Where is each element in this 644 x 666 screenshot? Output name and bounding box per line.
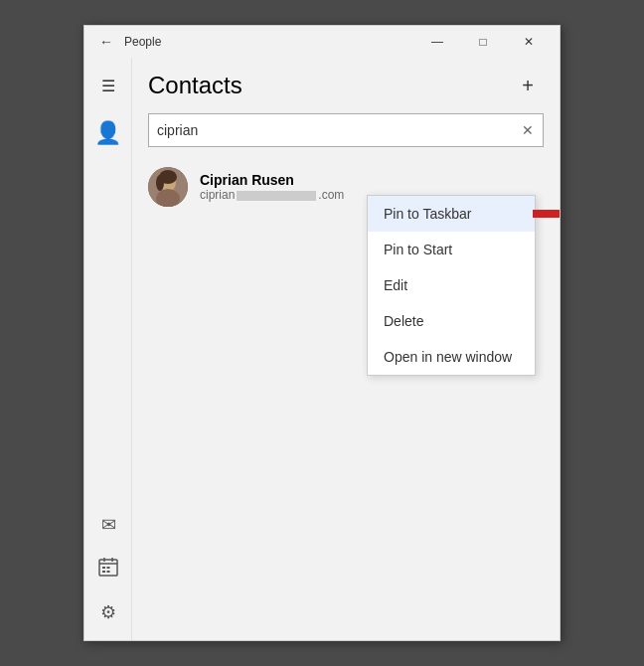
context-menu-item-open-new-window[interactable]: Open in new window <box>368 339 535 375</box>
svg-rect-7 <box>107 571 110 573</box>
close-button[interactable]: ✕ <box>506 26 552 58</box>
mail-icon-button[interactable]: ✉ <box>88 505 128 545</box>
add-icon: + <box>522 75 534 97</box>
clear-icon: ✕ <box>522 122 534 138</box>
contact-first-name: Ciprian <box>200 172 247 188</box>
context-menu: Pin to Taskbar Pin to Start <box>367 195 536 376</box>
svg-point-12 <box>156 175 164 191</box>
back-button[interactable]: ← <box>92 28 120 56</box>
minimize-button[interactable]: — <box>414 26 460 58</box>
arrow-indicator <box>533 200 560 228</box>
header: Contacts + <box>132 58 560 113</box>
hamburger-icon: ☰ <box>101 77 115 95</box>
user-icon: 👤 <box>94 120 121 146</box>
sidebar-bottom: ✉ <box>84 505 132 640</box>
contact-list: Ciprian Rusen ciprian.com Pin to Taskbar <box>132 159 560 640</box>
main-content: Contacts + ✕ <box>132 58 560 640</box>
context-menu-item-pin-start[interactable]: Pin to Start <box>368 232 535 267</box>
search-clear-button[interactable]: ✕ <box>513 115 543 145</box>
mail-icon: ✉ <box>101 514 116 536</box>
svg-rect-6 <box>102 571 105 573</box>
settings-icon-button[interactable]: ⚙ <box>88 592 128 632</box>
search-input[interactable] <box>149 122 513 138</box>
contact-item[interactable]: Ciprian Rusen ciprian.com Pin to Taskbar <box>148 159 544 215</box>
search-bar: ✕ <box>148 113 544 147</box>
titlebar: ← People — □ ✕ <box>84 26 560 58</box>
email-blur <box>237 191 316 201</box>
app-window: ← People — □ ✕ ☰ 👤 <box>83 25 561 641</box>
calendar-icon-button[interactable] <box>88 549 128 588</box>
maximize-icon: □ <box>479 35 486 49</box>
svg-rect-4 <box>102 567 105 569</box>
calendar-icon <box>98 557 118 582</box>
avatar-image <box>148 167 188 207</box>
minimize-icon: — <box>431 35 443 49</box>
back-icon: ← <box>99 34 113 50</box>
app-title: People <box>120 35 414 49</box>
context-menu-item-delete[interactable]: Delete <box>368 303 535 339</box>
avatar <box>148 167 188 207</box>
app-body: ☰ 👤 ✉ <box>84 58 560 640</box>
user-icon-area: 👤 <box>88 113 128 153</box>
svg-rect-5 <box>107 567 110 569</box>
close-icon: ✕ <box>524 35 534 49</box>
page-title: Contacts <box>148 72 512 99</box>
context-menu-item-pin-taskbar[interactable]: Pin to Taskbar <box>368 196 535 232</box>
settings-icon: ⚙ <box>100 601 116 623</box>
hamburger-button[interactable]: ☰ <box>88 66 128 105</box>
window-controls: — □ ✕ <box>414 26 552 58</box>
context-menu-item-edit[interactable]: Edit <box>368 267 535 303</box>
contact-name: Ciprian Rusen <box>200 172 544 188</box>
maximize-button[interactable]: □ <box>460 26 506 58</box>
add-contact-button[interactable]: + <box>512 70 544 101</box>
sidebar-left: ☰ 👤 ✉ <box>84 58 132 640</box>
